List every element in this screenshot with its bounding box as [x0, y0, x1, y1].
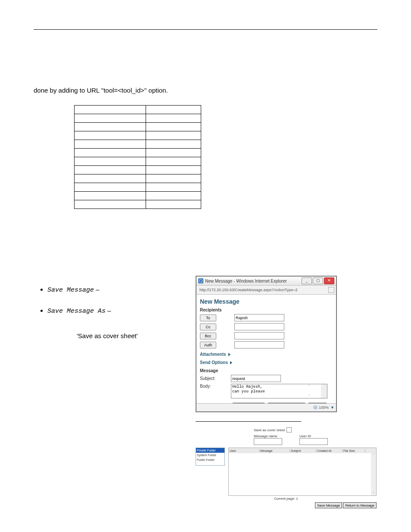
save-cover-checkbox[interactable] [286, 427, 292, 432]
header-rule [34, 29, 377, 30]
message-label: Message [200, 368, 333, 373]
status-bar: 100% ▼ [196, 403, 336, 411]
attachments-label: Attachments [200, 352, 226, 357]
messages-grid: User Message Subject Created At File Siz… [228, 448, 377, 496]
col-message[interactable]: Message [259, 449, 290, 452]
close-button[interactable]: ✕ [324, 277, 334, 284]
cc-input[interactable] [234, 323, 284, 330]
zoom-dropdown-icon[interactable]: ▼ [330, 405, 334, 410]
triangle-right-icon [228, 353, 230, 356]
subject-label: Subject: [200, 376, 231, 381]
grid-scrollbar[interactable]: ˄ ˅ [371, 453, 376, 495]
folder-tree[interactable]: Private Folder System Folder Public Fold… [196, 448, 225, 466]
save-cover-label: Save as cover sheet [254, 428, 285, 432]
save-message-button[interactable]: Save Message [315, 502, 342, 508]
user-id-input[interactable] [299, 438, 328, 445]
page-heading: New Message [200, 298, 333, 305]
folder-system[interactable]: System Folder [196, 453, 224, 457]
divider-under-shot1 [196, 421, 301, 422]
minimize-button[interactable]: _ [302, 277, 312, 284]
code-save-message-as: Save Message As [47, 308, 106, 315]
col-created[interactable]: Created At [316, 449, 342, 452]
folder-private[interactable]: Private Folder [196, 448, 224, 453]
message-name-input[interactable] [254, 438, 282, 445]
send-options-label: Send Options [200, 360, 228, 365]
to-input[interactable] [234, 314, 284, 321]
attachments-expander[interactable]: Attachments [200, 352, 333, 357]
ie-icon [198, 278, 203, 283]
maximize-button[interactable]: ▢ [313, 277, 323, 284]
screenshot-new-message: New Message - Windows Internet Explorer … [196, 276, 337, 412]
zoom-value: 100% [319, 405, 329, 410]
window-titlebar: New Message - Windows Internet Explorer … [196, 277, 336, 286]
screenshot-save-as: Save as cover sheet Message name User ID… [196, 427, 377, 512]
current-page: Current page: 1 [196, 497, 377, 501]
empty-table [74, 105, 201, 209]
scroll-up-icon[interactable]: ˄ [308, 384, 339, 388]
dash: – [107, 307, 111, 314]
window-title: New Message - Windows Internet Explorer [205, 279, 287, 283]
code-save-message: Save Message [47, 286, 94, 294]
subject-input[interactable] [231, 375, 281, 382]
user-id-label: User ID [299, 434, 328, 438]
address-bar: http://172.20.150.63/CreateMessage.aspx?… [196, 286, 336, 295]
cc-button[interactable]: Cc [200, 324, 216, 330]
body-label: Body: [200, 384, 231, 389]
zoom-icon [313, 405, 318, 410]
folder-public[interactable]: Public Folder [196, 457, 224, 462]
message-name-label: Message name [254, 434, 282, 438]
body-textarea[interactable] [231, 384, 321, 398]
send-options-expander[interactable]: Send Options [200, 360, 333, 365]
auth-button[interactable]: Auth [200, 342, 216, 348]
scroll-up-icon[interactable]: ˄ [373, 453, 374, 457]
bcc-button[interactable]: Bcc [200, 333, 216, 339]
scroll-down-icon[interactable]: ˅ [373, 492, 374, 495]
recipients-label: Recipients [200, 308, 333, 312]
col-user[interactable]: User [229, 449, 259, 452]
triangle-right-icon [230, 361, 232, 364]
url-text: http://172.20.150.63/CreateMessage.aspx?… [199, 288, 297, 292]
scrollbar[interactable]: ˄ ˅ [321, 384, 327, 398]
to-button[interactable]: To [200, 314, 216, 321]
col-filesize[interactable]: File Size [342, 449, 365, 452]
scroll-down-icon[interactable]: ˅ [308, 394, 339, 398]
bcc-input[interactable] [234, 332, 284, 339]
body-line-url: done by adding to URL "tool=<tool_id>" o… [34, 87, 377, 94]
col-subject[interactable]: Subject [290, 449, 316, 452]
page-icon [328, 287, 334, 293]
grid-header: User Message Subject Created At File Siz… [229, 448, 376, 453]
return-to-message-button[interactable]: Return to Message [343, 502, 377, 508]
auth-input[interactable] [234, 341, 284, 348]
dash: – [96, 286, 99, 293]
